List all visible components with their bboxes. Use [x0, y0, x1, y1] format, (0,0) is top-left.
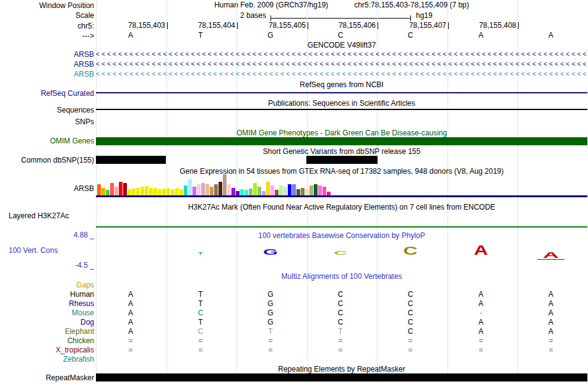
common-dbsnp-label[interactable]: Common dbSNP(155) — [0, 156, 94, 164]
refseq-curated-item[interactable] — [96, 92, 587, 93]
dbsnp-variant-1[interactable] — [96, 156, 166, 164]
gtex-expression-bar[interactable] — [231, 188, 235, 195]
multiz-mouse-label[interactable]: Mouse — [0, 309, 94, 317]
refseq-curated-label[interactable]: RefSeq Curated — [0, 89, 94, 98]
gtex-expression-bar[interactable] — [162, 189, 166, 195]
gtex-expression-bar[interactable] — [115, 187, 118, 195]
gtex-expression-bar[interactable] — [296, 189, 300, 195]
gtex-expression-bar[interactable] — [227, 184, 231, 195]
gtex-expression-bar[interactable] — [188, 179, 192, 195]
gtex-expression-bar[interactable] — [283, 187, 287, 195]
gtex-gene-label[interactable]: ARSB — [0, 184, 94, 193]
gtex-expression-bar[interactable] — [175, 188, 179, 195]
gencode-gene-label-arsb-2[interactable]: ARSB — [0, 60, 94, 69]
repeatmasker-track-header[interactable]: Repeating Elements by RepeatMasker — [96, 365, 587, 373]
publications-sequences-item[interactable] — [96, 109, 587, 110]
gencode-gene-label-arsb-3[interactable]: ARSB — [0, 70, 94, 79]
layered-h3k27ac-label[interactable]: Layered H3K27Ac — [9, 211, 69, 220]
refseq-track-header[interactable]: RefSeq genes from NCBI — [96, 80, 587, 89]
multiz-zebrafish-label[interactable]: Zebrafish — [0, 355, 94, 364]
multiz-human-label[interactable]: Human — [0, 290, 94, 299]
gtex-expression-bar[interactable] — [240, 189, 244, 195]
multiz-elephant-label[interactable]: Elephant — [0, 327, 94, 336]
gtex-expression-bar[interactable] — [288, 184, 292, 195]
gtex-expression-bar[interactable] — [309, 185, 313, 195]
gtex-expression-bar[interactable] — [253, 183, 257, 195]
gtex-expression-bar[interactable] — [322, 187, 326, 195]
gtex-expression-bar[interactable] — [214, 184, 218, 195]
gtex-expression-bar[interactable] — [192, 187, 196, 195]
gtex-expression-bar[interactable] — [145, 186, 149, 195]
multiz-track-header[interactable]: Multiz Alignments of 100 Vertebrates — [96, 272, 587, 281]
gtex-expression-bar[interactable] — [223, 174, 227, 195]
gtex-track-header[interactable]: Gene Expression in 54 tissues from GTEx … — [96, 167, 587, 176]
gtex-expression-bar[interactable] — [102, 188, 105, 195]
gtex-expression-bar[interactable] — [166, 188, 170, 195]
gtex-expression-bar[interactable] — [106, 190, 110, 195]
hgtracks-image[interactable]: Human Feb. 2009 (GRCh37/hg19)chr5:78,155… — [0, 0, 588, 392]
gtex-expression-bar[interactable] — [314, 184, 318, 195]
omim-genes-item[interactable] — [96, 137, 587, 145]
h3k27ac-track-header[interactable]: H3K27Ac Mark (Often Found Near Active Re… — [96, 203, 587, 211]
dbsnp-variant-2[interactable] — [306, 156, 378, 164]
publications-track-header[interactable]: Publications: Sequences in Scientific Ar… — [96, 99, 587, 108]
gencode-track-header[interactable]: GENCODE V49lift37 — [96, 41, 587, 49]
gtex-expression-bar[interactable] — [249, 189, 253, 195]
multiz-rhesus-base: A — [548, 299, 553, 309]
gtex-expression-bar[interactable] — [153, 188, 157, 195]
multiz-x_tropicalis-base: = — [268, 346, 272, 355]
gtex-expression-bar[interactable] — [292, 184, 296, 195]
gtex-expression-bar[interactable] — [301, 188, 305, 195]
multiz-rhesus-label[interactable]: Rhesus — [0, 299, 94, 308]
gtex-expression-bar[interactable] — [171, 189, 175, 195]
gtex-expression-bar[interactable] — [205, 184, 209, 195]
gtex-expression-bar[interactable] — [158, 189, 162, 195]
publications-sequences-label[interactable]: Sequences — [0, 106, 94, 114]
gtex-expression-bar[interactable] — [184, 185, 188, 195]
gtex-expression-bar[interactable] — [197, 184, 201, 195]
gtex-expression-bar[interactable] — [257, 187, 261, 195]
gtex-expression-bar[interactable] — [266, 182, 270, 195]
gtex-expression-bar[interactable] — [305, 189, 309, 195]
gtex-expression-bar[interactable] — [279, 185, 283, 195]
dbsnp-track-header[interactable]: Short Genetic Variants from dbSNP releas… — [96, 147, 587, 156]
gtex-expression-bar[interactable] — [270, 185, 274, 195]
gtex-expression-bar[interactable] — [318, 185, 322, 195]
sequence-base: C — [408, 31, 413, 40]
publications-snps-label[interactable]: SNPs — [0, 117, 94, 126]
repeatmasker-label[interactable]: RepeatMasker — [0, 373, 94, 382]
scale-bar-line — [270, 18, 411, 19]
multiz-gaps-label[interactable]: Gaps — [0, 281, 94, 289]
gtex-expression-bar[interactable] — [201, 183, 205, 195]
gtex-expression-bar[interactable] — [149, 188, 153, 195]
gtex-expression-bar[interactable] — [123, 183, 127, 195]
gtex-expression-bar[interactable] — [218, 182, 222, 195]
gtex-expression-bar[interactable] — [236, 191, 240, 195]
gencode-transcript-arrows[interactable]: <<<<<<<<<<<<<<<<<<<<<<<<<<<<<<<<<<<<<<<<… — [96, 70, 587, 78]
gtex-expression-bar[interactable] — [210, 187, 214, 195]
gtex-expression-bar[interactable] — [110, 183, 114, 195]
gtex-expression-bar[interactable] — [119, 182, 123, 195]
omim-track-header[interactable]: OMIM Gene Phenotypes - Dark Green Can Be… — [96, 129, 587, 137]
gtex-expression-bar[interactable] — [136, 188, 140, 195]
omim-genes-label[interactable]: OMIM Genes — [0, 137, 94, 145]
gtex-expression-bar[interactable] — [132, 189, 136, 195]
gencode-transcript-arrows[interactable]: <<<<<<<<<<<<<<<<<<<<<<<<<<<<<<<<<<<<<<<<… — [96, 51, 587, 58]
multiz-xtropicalis-label[interactable]: X_tropicalis — [0, 346, 94, 354]
multiz-chicken-label[interactable]: Chicken — [0, 336, 94, 345]
gtex-expression-bar[interactable] — [262, 191, 266, 195]
repeatmasker-item[interactable] — [96, 373, 587, 381]
gtex-expression-bar[interactable] — [128, 189, 131, 195]
gtex-expression-bar[interactable] — [141, 187, 144, 195]
phylop-base-glyph: A — [473, 242, 488, 258]
gtex-expression-bar[interactable] — [327, 192, 331, 195]
gencode-transcript-arrows[interactable]: <<<<<<<<<<<<<<<<<<<<<<<<<<<<<<<<<<<<<<<<… — [96, 61, 587, 68]
gtex-expression-bar[interactable] — [275, 190, 279, 195]
gtex-expression-bar[interactable] — [244, 190, 248, 195]
gtex-expression-bar[interactable] — [179, 189, 183, 195]
cons-track-label[interactable]: 100 Vert. Cons — [9, 246, 58, 255]
gtex-expression-bar[interactable] — [97, 184, 101, 195]
phylop-track-header[interactable]: 100 vertebrates Basewise Conservation by… — [96, 231, 587, 240]
gencode-gene-label-arsb-1[interactable]: ARSB — [0, 50, 94, 59]
multiz-dog-label[interactable]: Dog — [0, 318, 94, 326]
